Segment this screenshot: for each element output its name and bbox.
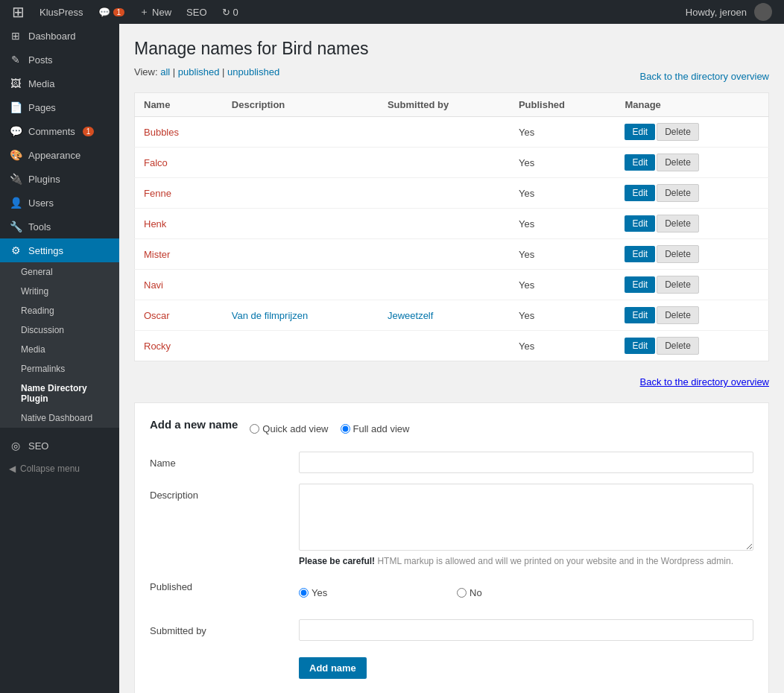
edit-button[interactable]: Edit	[625, 246, 655, 262]
edit-button[interactable]: Edit	[625, 154, 655, 171]
view-published-link[interactable]: published	[178, 66, 220, 77]
sidebar-item-label: Comments	[28, 126, 75, 137]
name-cell-link[interactable]: Fenne	[144, 188, 171, 199]
delete-button[interactable]: Delete	[657, 184, 699, 202]
site-name-button[interactable]: KlusPress	[34, 0, 89, 24]
edit-button[interactable]: Edit	[625, 185, 655, 201]
submenu-discussion[interactable]: Discussion	[0, 320, 119, 340]
add-name-button[interactable]: Add name	[299, 657, 367, 679]
description-link[interactable]: Van de filmprijzen	[232, 310, 308, 321]
edit-button[interactable]: Edit	[625, 276, 655, 293]
name-field-label: Name	[150, 452, 299, 475]
updates-button[interactable]: ↻ 0	[216, 0, 244, 24]
seo-label: SEO	[186, 7, 206, 18]
sidebar-item-appearance[interactable]: 🎨 Appearance	[0, 143, 119, 167]
name-cell-link[interactable]: Falco	[144, 157, 168, 168]
delete-button[interactable]: Delete	[657, 245, 699, 263]
edit-button[interactable]: Edit	[625, 215, 655, 232]
delete-button[interactable]: Delete	[657, 154, 699, 171]
sidebar-item-plugins[interactable]: 🔌 Plugins	[0, 167, 119, 191]
back-to-directory-link-bottom[interactable]: Back to the directory overview	[640, 376, 769, 387]
submitted-by-cell	[379, 209, 510, 239]
sidebar-item-seo[interactable]: ◎ SEO	[0, 434, 119, 458]
description-cell	[223, 270, 379, 300]
delete-button[interactable]: Delete	[657, 337, 699, 355]
collapse-label: Collapse menu	[20, 463, 80, 474]
name-cell-link[interactable]: Navi	[144, 279, 163, 291]
name-cell-link[interactable]: Bubbles	[144, 127, 179, 138]
submitted-by-link[interactable]: Jeweetzelf	[388, 310, 433, 321]
sidebar-item-settings[interactable]: ⚙ Settings	[0, 238, 119, 262]
description-textarea[interactable]	[299, 484, 753, 551]
name-cell-link[interactable]: Mister	[144, 249, 170, 260]
submenu-name-directory[interactable]: Name Directory Plugin	[0, 379, 119, 408]
description-cell	[223, 331, 379, 361]
comments-icon: 💬	[9, 125, 22, 137]
submitted-by-input[interactable]	[299, 619, 753, 641]
published-cell: Yes	[510, 331, 616, 361]
full-add-text: Full add view	[353, 423, 410, 434]
sidebar-item-tools[interactable]: 🔧 Tools	[0, 215, 119, 238]
sidebar-item-comments[interactable]: 💬 Comments 1	[0, 119, 119, 143]
delete-button[interactable]: Delete	[657, 215, 699, 232]
back-to-directory-link-top[interactable]: Back to the directory overview	[640, 71, 769, 82]
name-cell-link[interactable]: Rocky	[144, 341, 171, 352]
table-row: OscarVan de filmprijzenJeweetzelfYesEdit…	[135, 300, 769, 331]
edit-button[interactable]: Edit	[625, 307, 655, 323]
submenu-general[interactable]: General	[0, 262, 119, 282]
add-name-title: Add a new name	[150, 418, 238, 431]
sidebar-item-label: Tools	[28, 221, 51, 232]
seo-button[interactable]: SEO	[180, 0, 212, 24]
full-add-radio[interactable]	[341, 424, 350, 434]
submenu-media[interactable]: Media	[0, 340, 119, 359]
name-cell-link[interactable]: Henk	[144, 218, 166, 230]
delete-button[interactable]: Delete	[657, 276, 699, 294]
updates-icon: ↻	[222, 7, 230, 18]
view-unpublished-link[interactable]: unpublished	[227, 66, 279, 77]
sidebar-item-posts[interactable]: ✎ Posts	[0, 48, 119, 72]
collapse-menu-button[interactable]: ◀ Collapse menu	[0, 458, 119, 480]
no-label: No	[470, 587, 482, 598]
sidebar-item-label: Appearance	[28, 150, 80, 161]
col-description: Description	[223, 93, 379, 117]
delete-button[interactable]: Delete	[657, 123, 699, 141]
manage-cell: EditDelete	[616, 209, 768, 239]
sidebar-item-media[interactable]: 🖼 Media	[0, 72, 119, 95]
howdy-button[interactable]: Howdy, jeroen	[680, 0, 778, 24]
manage-cell: EditDelete	[616, 117, 768, 148]
edit-button[interactable]: Edit	[625, 338, 655, 354]
quick-add-label[interactable]: Quick add view	[250, 423, 328, 434]
published-no-radio[interactable]	[457, 588, 467, 598]
submitted-by-cell	[379, 178, 510, 209]
new-label: New	[152, 7, 171, 18]
full-add-label[interactable]: Full add view	[341, 423, 410, 434]
edit-button[interactable]: Edit	[625, 124, 655, 140]
comments-button[interactable]: 💬 1	[92, 0, 131, 24]
wp-logo-button[interactable]: ⊞	[6, 0, 31, 24]
published-yes-radio[interactable]	[299, 588, 309, 598]
quick-add-radio[interactable]	[250, 424, 259, 434]
name-input[interactable]	[299, 452, 753, 473]
sidebar-item-pages[interactable]: 📄 Pages	[0, 95, 119, 119]
sidebar-item-users[interactable]: 👤 Users	[0, 191, 119, 215]
description-field-label: Description	[150, 484, 299, 566]
table-row: RockyYesEditDelete	[135, 331, 769, 361]
sidebar-item-label: Posts	[28, 54, 53, 66]
new-content-button[interactable]: ＋ New	[133, 0, 177, 24]
submenu-permalinks[interactable]: Permalinks	[0, 359, 119, 379]
wordpress-icon: ⊞	[12, 3, 25, 21]
view-all-link[interactable]: all	[160, 66, 170, 77]
name-cell-link[interactable]: Oscar	[144, 310, 170, 321]
published-field-row: Published Yes No	[150, 575, 753, 610]
yes-radio-label[interactable]: Yes	[299, 581, 448, 604]
published-cell: Yes	[510, 270, 616, 300]
no-radio-label[interactable]: No	[457, 581, 606, 604]
sidebar-item-label: Dashboard	[28, 31, 76, 42]
submenu-writing[interactable]: Writing	[0, 282, 119, 301]
table-row: NaviYesEditDelete	[135, 270, 769, 300]
delete-button[interactable]: Delete	[657, 306, 699, 324]
submenu-native-dashboard[interactable]: Native Dashboard	[0, 408, 119, 428]
add-name-section: Add a new name Quick add view Full add v…	[134, 402, 769, 693]
sidebar-item-dashboard[interactable]: ⊞ Dashboard	[0, 24, 119, 48]
submenu-reading[interactable]: Reading	[0, 301, 119, 320]
